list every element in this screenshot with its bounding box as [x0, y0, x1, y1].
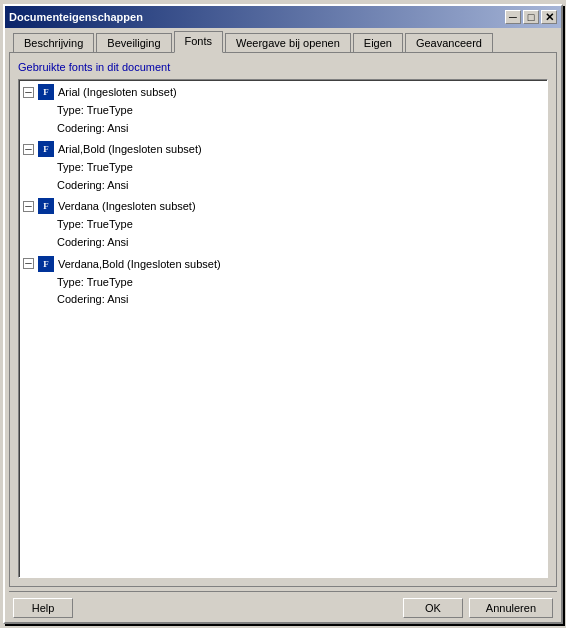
ok-button[interactable]: OK: [403, 598, 463, 618]
font-details-verdana: Type: TrueType Codering: Ansi: [23, 216, 543, 251]
font-details-arialbold: Type: TrueType Codering: Ansi: [23, 159, 543, 194]
close-button[interactable]: ✕: [541, 10, 557, 24]
tab-weergave[interactable]: Weergave bij openen: [225, 33, 351, 53]
tab-beveiliging[interactable]: Beveiliging: [96, 33, 171, 53]
font-icon-arial: F: [38, 84, 54, 100]
font-group-verdanabold: ─ F Verdana,Bold (Ingesloten subset) Typ…: [23, 256, 543, 309]
expand-icon-arialbold[interactable]: ─: [23, 144, 34, 155]
font-icon-verdanabold: F: [38, 256, 54, 272]
help-button[interactable]: Help: [13, 598, 73, 618]
maximize-button[interactable]: □: [523, 10, 539, 24]
font-type-verdana: Type: TrueType: [57, 216, 543, 234]
font-type-arialbold: Type: TrueType: [57, 159, 543, 177]
font-details-verdanabold: Type: TrueType Codering: Ansi: [23, 274, 543, 309]
font-details-arial: Type: TrueType Codering: Ansi: [23, 102, 543, 137]
tab-beschrijving[interactable]: Beschrijving: [13, 33, 94, 53]
font-icon-verdana: F: [38, 198, 54, 214]
font-header-verdana[interactable]: ─ F Verdana (Ingesloten subset): [23, 198, 543, 214]
font-type-arial: Type: TrueType: [57, 102, 543, 120]
font-header-verdanabold[interactable]: ─ F Verdana,Bold (Ingesloten subset): [23, 256, 543, 272]
font-type-verdanabold: Type: TrueType: [57, 274, 543, 292]
dialog-footer: Help OK Annuleren: [5, 592, 561, 622]
section-label: Gebruikte fonts in dit document: [18, 61, 548, 73]
tab-bar: Beschrijving Beveiliging Fonts Weergave …: [9, 32, 557, 53]
dialog-body: Beschrijving Beveiliging Fonts Weergave …: [5, 28, 561, 591]
font-name-verdana: Verdana (Ingesloten subset): [58, 200, 196, 212]
font-header-arialbold[interactable]: ─ F Arial,Bold (Ingesloten subset): [23, 141, 543, 157]
font-icon-arialbold: F: [38, 141, 54, 157]
font-name-verdanabold: Verdana,Bold (Ingesloten subset): [58, 258, 221, 270]
tab-geavanceerd[interactable]: Geavanceerd: [405, 33, 493, 53]
font-coding-arial: Codering: Ansi: [57, 120, 543, 138]
expand-icon-arial[interactable]: ─: [23, 87, 34, 98]
font-header-arial[interactable]: ─ F Arial (Ingesloten subset): [23, 84, 543, 100]
expand-icon-verdana[interactable]: ─: [23, 201, 34, 212]
font-name-arial: Arial (Ingesloten subset): [58, 86, 177, 98]
font-group-arial: ─ F Arial (Ingesloten subset) Type: True…: [23, 84, 543, 137]
font-coding-verdana: Codering: Ansi: [57, 234, 543, 252]
font-group-verdana: ─ F Verdana (Ingesloten subset) Type: Tr…: [23, 198, 543, 251]
font-name-arialbold: Arial,Bold (Ingesloten subset): [58, 143, 202, 155]
title-bar: Documenteigenschappen ─ □ ✕: [5, 6, 561, 28]
expand-icon-verdanabold[interactable]: ─: [23, 258, 34, 269]
footer-right: OK Annuleren: [403, 598, 553, 618]
minimize-button[interactable]: ─: [505, 10, 521, 24]
tab-fonts[interactable]: Fonts: [174, 31, 224, 53]
tab-eigen[interactable]: Eigen: [353, 33, 403, 53]
dialog-window: Documenteigenschappen ─ □ ✕ Beschrijving…: [3, 4, 563, 624]
tab-content: Gebruikte fonts in dit document ─ F Aria…: [9, 52, 557, 587]
fonts-list[interactable]: ─ F Arial (Ingesloten subset) Type: True…: [18, 79, 548, 578]
font-coding-arialbold: Codering: Ansi: [57, 177, 543, 195]
window-title: Documenteigenschappen: [9, 11, 143, 23]
title-bar-buttons: ─ □ ✕: [505, 10, 557, 24]
font-group-arialbold: ─ F Arial,Bold (Ingesloten subset) Type:…: [23, 141, 543, 194]
footer-left: Help: [13, 598, 73, 618]
cancel-button[interactable]: Annuleren: [469, 598, 553, 618]
font-coding-verdanabold: Codering: Ansi: [57, 291, 543, 309]
